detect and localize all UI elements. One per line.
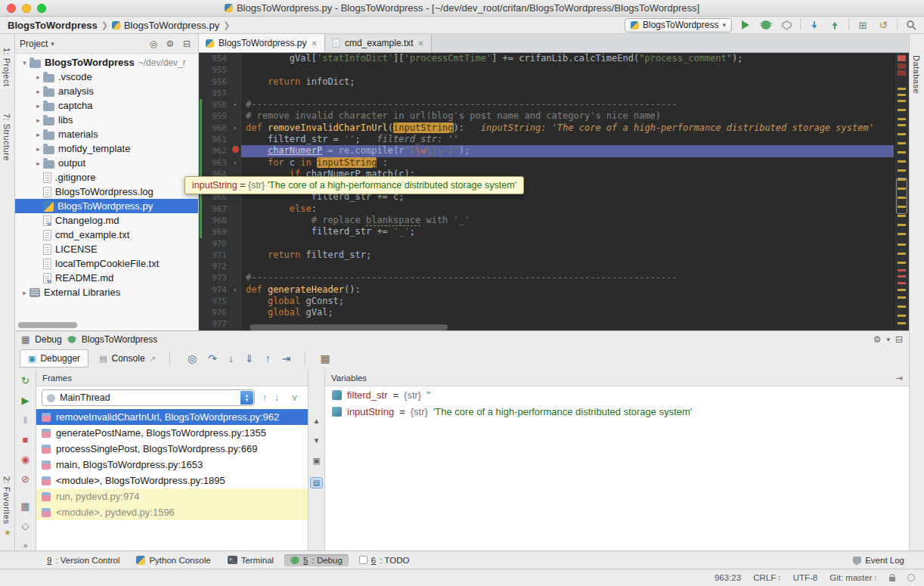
warning-stripe-mark[interactable] bbox=[898, 160, 906, 163]
project-view-selector[interactable]: Project bbox=[20, 39, 48, 49]
gutter[interactable]: 954 bbox=[199, 53, 241, 64]
execution-line[interactable]: 962 charNumerP = re.compile(r"[\w\|\-]")… bbox=[199, 145, 894, 157]
project-tree-item[interactable]: ▸External Libraries bbox=[15, 285, 198, 299]
breadcrumb-file[interactable]: BlogsToWordpress.py bbox=[124, 20, 219, 31]
tree-expand-icon[interactable]: ▸ bbox=[33, 102, 43, 110]
warning-stripe-mark[interactable] bbox=[898, 262, 906, 264]
thread-selector[interactable]: MainThread ▲▼ bbox=[42, 389, 255, 406]
fold-icon[interactable]: ▾ bbox=[230, 99, 240, 110]
pin-tab-icon[interactable]: ◇ bbox=[22, 521, 29, 531]
warning-stripe-mark[interactable] bbox=[898, 133, 906, 135]
warning-stripe-mark[interactable] bbox=[898, 206, 906, 208]
scroll-down-icon[interactable]: ▼ bbox=[313, 436, 321, 445]
tab-console[interactable]: ▤ Console ↗ bbox=[91, 349, 164, 367]
project-tree-item[interactable]: localTempCookieFile.txt bbox=[15, 256, 198, 271]
tab-blogstowordpress-py[interactable]: BlogsToWordpress.py ✕ bbox=[199, 34, 325, 52]
warning-stripe-mark[interactable] bbox=[898, 124, 906, 126]
fold-icon[interactable]: ▾ bbox=[230, 157, 240, 169]
stack-frame[interactable]: main, BlogsToWordpress.py:1653 bbox=[36, 457, 308, 473]
gutter[interactable]: 977 bbox=[199, 318, 241, 330]
stack-frame[interactable]: <module>, BlogsToWordpress.py:1895 bbox=[36, 473, 308, 488]
code-line[interactable]: 956 return infoDict; bbox=[199, 76, 894, 88]
gutter[interactable]: 975 bbox=[199, 296, 241, 307]
warning-stripe-mark[interactable] bbox=[898, 197, 906, 199]
warning-stripe-mark[interactable] bbox=[898, 178, 906, 181]
gutter[interactable]: 955 bbox=[199, 64, 241, 76]
gutter[interactable]: 956 bbox=[199, 76, 241, 88]
code-line[interactable]: 975 global gConst; bbox=[199, 296, 894, 307]
warning-stripe-mark[interactable] bbox=[898, 142, 906, 144]
tool-window-button-9-version-control[interactable]: 9: Version Control bbox=[41, 554, 126, 566]
code-line[interactable]: 961 filterd_str = ''; filterd_str: '' bbox=[199, 134, 894, 145]
horizontal-scrollbar[interactable] bbox=[18, 322, 77, 328]
warning-stripe-mark[interactable] bbox=[898, 296, 906, 299]
show-execution-point-icon[interactable]: ◎ bbox=[188, 352, 197, 364]
combo-arrows-icon[interactable]: ▲▼ bbox=[240, 391, 253, 405]
warning-stripe-mark[interactable] bbox=[898, 118, 906, 120]
code-line[interactable]: 967 else: bbox=[199, 203, 894, 215]
gutter[interactable]: 957 bbox=[199, 88, 241, 99]
breadcrumb-project[interactable]: BlogsToWordpress bbox=[8, 20, 98, 31]
gutter[interactable]: 972 bbox=[199, 261, 241, 272]
warning-stripe-mark[interactable] bbox=[898, 233, 906, 235]
next-frame-icon[interactable]: ↓ bbox=[274, 392, 279, 403]
gutter[interactable]: 973 bbox=[199, 272, 241, 284]
indicator-icon[interactable] bbox=[907, 574, 915, 581]
tool-button-favorites[interactable]: 2: Favorites bbox=[2, 476, 11, 524]
hide-panel-icon[interactable]: ⊟ bbox=[180, 39, 194, 49]
code-line[interactable]: 972 bbox=[199, 261, 894, 272]
project-tree-item[interactable]: ▸libs bbox=[15, 113, 198, 127]
stack-frame[interactable]: run, pydevd.py:974 bbox=[36, 488, 308, 504]
project-tree-item[interactable]: ▸analysis bbox=[15, 84, 198, 98]
breakpoint-icon[interactable] bbox=[232, 146, 239, 153]
error-stripe[interactable] bbox=[894, 53, 909, 330]
previous-frame-icon[interactable]: ↑ bbox=[262, 392, 267, 403]
code-line[interactable]: 970 bbox=[199, 238, 894, 250]
update-project-button[interactable] bbox=[808, 18, 821, 32]
gutter[interactable]: 963▾ bbox=[199, 157, 241, 169]
threads-view-icon[interactable]: ▤ bbox=[310, 477, 323, 488]
step-out-icon[interactable]: ↑ bbox=[265, 352, 271, 364]
project-tree-item[interactable]: ▸.vscode bbox=[15, 70, 198, 84]
pause-icon[interactable]: ‖ bbox=[23, 415, 27, 425]
hide-panel-icon[interactable]: ⇥ bbox=[895, 373, 903, 383]
tool-window-button-5-debug[interactable]: 5: Debug bbox=[284, 554, 349, 566]
tree-expand-icon[interactable]: ▸ bbox=[33, 73, 43, 81]
close-tab-icon[interactable]: ✕ bbox=[418, 39, 424, 48]
variable-row[interactable]: filterd_str = {str} '' bbox=[325, 386, 909, 403]
stack-frame[interactable]: generatePostName, BlogsToWordpress.py:13… bbox=[36, 425, 308, 441]
scrollbar-thumb[interactable] bbox=[896, 178, 907, 214]
lock-icon[interactable] bbox=[889, 577, 895, 581]
project-tree-item[interactable]: Changelog.md bbox=[15, 213, 198, 228]
code-line[interactable]: 969 filterd_str += '_'; bbox=[199, 226, 894, 237]
code-line[interactable]: 963▾ for c in inputString : bbox=[199, 157, 894, 169]
warning-stripe-mark[interactable] bbox=[898, 253, 906, 255]
settings-gear-icon[interactable]: ⚙ bbox=[163, 39, 177, 49]
gutter[interactable]: 971 bbox=[199, 250, 241, 261]
gutter[interactable]: 970 bbox=[199, 238, 241, 250]
stack-frame[interactable]: <module>, pydevd.py:1596 bbox=[36, 504, 308, 520]
code-line[interactable]: 957 bbox=[199, 88, 894, 99]
project-tree-item[interactable]: BlogsToWordpress.py bbox=[15, 199, 198, 213]
code-line[interactable]: 971 return filterd_str; bbox=[199, 250, 894, 261]
code-line[interactable]: 973#------------------------------------… bbox=[199, 272, 894, 284]
warning-stripe-mark[interactable] bbox=[898, 305, 906, 308]
code-line[interactable]: 954 gVal['statInfoDict']['processCmtTime… bbox=[199, 53, 894, 64]
run-configuration-selector[interactable]: BlogsToWordpress ▾ bbox=[625, 18, 732, 33]
code-line[interactable]: 960▾def removeInvalidCharInUrl(inputStri… bbox=[199, 122, 894, 134]
warning-stripe-mark[interactable] bbox=[898, 243, 906, 246]
jump-to-console-icon[interactable]: ↗ bbox=[150, 355, 156, 363]
warning-stripe-mark[interactable] bbox=[898, 151, 906, 153]
gutter[interactable]: 968 bbox=[199, 215, 241, 226]
error-stripe-mark[interactable] bbox=[898, 55, 906, 61]
project-tree-item[interactable]: ▸captcha bbox=[15, 98, 198, 113]
hide-window-icon[interactable]: ⊟ bbox=[895, 334, 903, 345]
stack-frame[interactable]: removeInvalidCharInUrl, BlogsToWordpress… bbox=[36, 409, 308, 425]
gutter[interactable]: 976 bbox=[199, 307, 241, 318]
resume-icon[interactable]: ▶ bbox=[22, 395, 29, 405]
gutter[interactable]: 961 bbox=[199, 134, 241, 145]
event-log-button[interactable]: Event Log bbox=[853, 556, 904, 565]
filter-frames-icon[interactable]: ⋎ bbox=[291, 392, 298, 403]
coverage-button[interactable] bbox=[780, 18, 793, 32]
commit-button[interactable] bbox=[828, 18, 842, 32]
